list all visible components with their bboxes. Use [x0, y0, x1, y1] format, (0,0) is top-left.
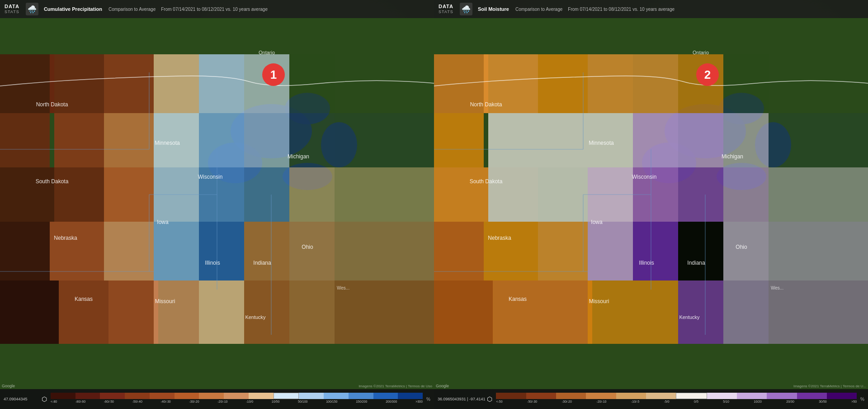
svg-rect-20 — [108, 281, 158, 344]
svg-text:Ohio: Ohio — [736, 244, 747, 250]
svg-rect-106 — [723, 167, 769, 222]
svg-rect-89 — [588, 54, 633, 113]
svg-rect-83 — [493, 281, 542, 344]
svg-rect-38 — [289, 167, 335, 222]
swatch-9 — [274, 393, 299, 399]
sm-swatch-7 — [707, 393, 737, 399]
sm-tick-6: 0/5 — [694, 400, 698, 403]
sm-swatch-11 — [827, 393, 857, 399]
svg-rect-42 — [335, 113, 434, 167]
tick-0: <-80 — [51, 400, 57, 403]
sm-tick-9: 20/30 — [786, 400, 794, 403]
svg-rect-84 — [538, 54, 588, 113]
swatch-2 — [100, 393, 125, 399]
sm-swatch-0 — [496, 393, 526, 399]
svg-text:Michigan: Michigan — [722, 153, 743, 160]
tick-7: -10/0 — [246, 400, 253, 403]
map-badge-1: 1 — [262, 63, 285, 86]
stats-label-right: STATS — [439, 10, 453, 14]
map-panel-precipitation: DATA STATS 🌧️ Cumulative Precipitation C… — [0, 0, 434, 409]
weather-icon-left[interactable]: 🌧️ — [26, 3, 38, 15]
svg-rect-39 — [289, 222, 335, 281]
svg-text:Missouri: Missouri — [589, 298, 609, 304]
svg-rect-80 — [488, 113, 538, 167]
svg-rect-108 — [723, 281, 769, 344]
svg-text:Indiana: Indiana — [687, 260, 705, 266]
svg-rect-78 — [434, 281, 493, 344]
map-panel-soil-moisture: DATA STATS 🌧️ Soil Moisture Comparison t… — [434, 0, 868, 409]
tick-6: -20/-10 — [217, 400, 227, 403]
svg-text:Ohio: Ohio — [302, 244, 313, 250]
svg-rect-109 — [769, 54, 868, 113]
svg-rect-41 — [335, 54, 434, 113]
svg-text:Indiana: Indiana — [253, 260, 271, 266]
stats-label-left: STATS — [5, 10, 19, 14]
sm-swatch-6 — [676, 393, 707, 399]
sm-swatch-2 — [556, 393, 586, 399]
comparison-label-right: Comparison to Average — [515, 7, 562, 12]
svg-rect-112 — [769, 222, 868, 281]
svg-text:North Dakota: North Dakota — [470, 101, 502, 108]
sm-swatch-10 — [797, 393, 827, 399]
svg-rect-34 — [244, 222, 289, 281]
legend-ticks-right: <-50 -50/-30 -30/-20 -20/-10 -10/-5 -5/0… — [496, 400, 857, 403]
svg-rect-94 — [633, 54, 678, 113]
google-attr-right: Google — [434, 383, 451, 389]
swatch-14 — [398, 393, 423, 399]
svg-rect-30 — [199, 281, 244, 344]
svg-text:Kansas: Kansas — [75, 296, 93, 302]
data-label-left: DATA — [5, 4, 19, 10]
sm-swatch-8 — [737, 393, 767, 399]
svg-rect-97 — [633, 222, 678, 281]
data-stats-label-left: DATA STATS — [5, 4, 19, 14]
swatch-1 — [75, 393, 100, 399]
swatch-3 — [125, 393, 150, 399]
svg-rect-8 — [0, 167, 54, 222]
sm-tick-8: 10/20 — [754, 400, 762, 403]
map-badge-2: 2 — [696, 63, 719, 86]
data-stats-label-right: DATA STATS — [439, 4, 453, 14]
swatch-6 — [199, 393, 224, 399]
sm-tick-2: -30/-20 — [562, 400, 572, 403]
sm-swatch-5 — [646, 393, 676, 399]
svg-rect-32 — [244, 113, 289, 167]
swatch-12 — [349, 393, 373, 399]
svg-rect-33 — [244, 167, 289, 222]
sm-tick-4: -10/-5 — [631, 400, 639, 403]
svg-rect-18 — [104, 167, 154, 222]
tick-2: -60/-50 — [104, 400, 114, 403]
data-label-right: DATA — [439, 4, 453, 10]
google-attr-left: Google — [0, 383, 17, 389]
svg-rect-111 — [769, 167, 868, 222]
svg-text:Kansas: Kansas — [509, 296, 527, 302]
svg-rect-7 — [0, 113, 50, 167]
svg-text:Wisconsin: Wisconsin — [198, 174, 223, 180]
svg-rect-24 — [154, 222, 199, 281]
svg-rect-10 — [0, 281, 59, 344]
share-icon-right[interactable]: ⬡ — [487, 395, 492, 403]
svg-text:Kentucky: Kentucky — [679, 314, 700, 320]
share-icon-left[interactable]: ⬡ — [42, 395, 47, 403]
tick-13: >300 — [415, 400, 423, 403]
metric-label-left: Cumulative Precipitation — [44, 6, 102, 12]
tick-5: -30/-20 — [189, 400, 199, 403]
terra-attr-left: Imagens ©2021 TerraMetrics | Termos de U… — [357, 383, 434, 389]
svg-text:Illinois: Illinois — [205, 260, 220, 266]
svg-rect-92 — [588, 222, 633, 281]
svg-rect-88 — [542, 281, 592, 344]
sm-swatch-4 — [616, 393, 646, 399]
comparison-label-left: Comparison to Average — [108, 7, 156, 12]
svg-rect-103 — [678, 281, 723, 344]
coords-right: 36.0965043931 | -97.4141 — [438, 397, 485, 401]
svg-rect-110 — [769, 113, 868, 167]
map-header-left: DATA STATS 🌧️ Cumulative Precipitation C… — [0, 0, 434, 18]
svg-rect-43 — [335, 167, 434, 222]
coords-left: 47.09044345 — [4, 397, 40, 401]
svg-rect-85 — [538, 113, 588, 167]
tick-9: 50/100 — [298, 400, 307, 403]
svg-rect-95 — [633, 113, 678, 167]
terra-attr-right: Imagens ©2021 TerraMetrics | Termos de U… — [792, 383, 868, 389]
weather-icon-right[interactable]: 🌧️ — [460, 3, 472, 15]
swatch-11 — [324, 393, 349, 399]
svg-rect-16 — [104, 54, 154, 113]
